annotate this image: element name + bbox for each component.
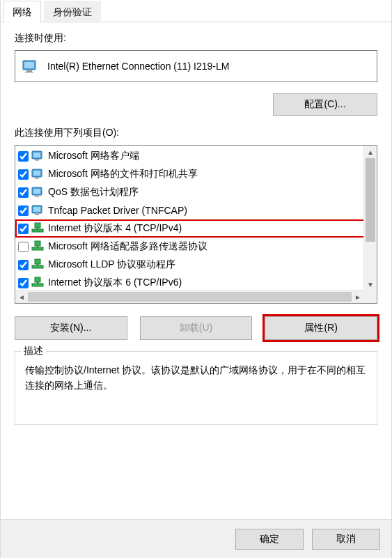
vertical-scrollbar[interactable]: ▲ ▼	[363, 146, 377, 290]
svg-rect-1	[24, 62, 34, 68]
item-checkbox[interactable]	[18, 169, 29, 180]
network-protocol-icon	[31, 258, 44, 272]
properties-button[interactable]: 属性(R)	[265, 316, 377, 340]
item-checkbox[interactable]	[18, 242, 29, 252]
scroll-right-arrow-icon[interactable]: ►	[352, 290, 364, 303]
item-checkbox[interactable]	[18, 151, 29, 162]
network-protocol-icon	[31, 222, 44, 235]
item-label: Microsoft 网络适配器多路传送器协议	[48, 240, 207, 253]
item-checkbox[interactable]	[18, 224, 29, 234]
adapter-box[interactable]: Intel(R) Ethernet Connection (11) I219-L…	[15, 50, 377, 82]
svg-rect-25	[32, 284, 43, 286]
connect-using-label: 连接时使用:	[15, 32, 377, 45]
install-button[interactable]: 安装(N)...	[15, 316, 127, 340]
list-item[interactable]: Microsoft LLDP 协议驱动程序	[15, 256, 377, 274]
tab-bar: 网络 身份验证	[1, 0, 391, 22]
tab-authentication[interactable]: 身份验证	[44, 1, 101, 23]
network-protocol-icon	[31, 277, 44, 290]
svg-rect-22	[32, 265, 43, 268]
description-legend: 描述	[21, 345, 46, 357]
svg-rect-16	[32, 229, 43, 232]
dialog-button-bar: 确定 取消	[1, 519, 391, 558]
scrollbar-corner	[364, 290, 377, 303]
svg-rect-14	[33, 207, 40, 212]
network-properties-dialog: 网络 身份验证 连接时使用: Intel(R) Ethernet Connect…	[0, 0, 392, 558]
tab-body: 连接时使用: Intel(R) Ethernet Connection (11)…	[1, 22, 391, 425]
scroll-down-arrow-icon[interactable]: ▼	[364, 278, 377, 290]
svg-rect-3	[25, 72, 33, 72]
svg-rect-27	[37, 282, 38, 284]
svg-rect-23	[35, 259, 40, 264]
ok-button[interactable]: 确定	[235, 529, 304, 550]
svg-rect-9	[35, 178, 39, 179]
svg-rect-2	[26, 70, 32, 72]
service-icon	[31, 186, 44, 199]
adapter-name: Intel(R) Ethernet Connection (11) I219-L…	[47, 61, 370, 72]
items-label: 此连接使用下列项目(O):	[15, 127, 377, 139]
tab-network[interactable]: 网络	[3, 1, 41, 23]
svg-rect-26	[35, 277, 40, 282]
item-label: Microsoft 网络的文件和打印机共享	[48, 168, 198, 180]
svg-rect-20	[35, 241, 40, 246]
list-item[interactable]: Internet 协议版本 4 (TCP/IPv4)	[15, 219, 377, 238]
item-label: Internet 协议版本 4 (TCP/IPv4)	[48, 222, 182, 235]
configure-button[interactable]: 配置(C)...	[273, 93, 377, 116]
svg-rect-12	[35, 196, 39, 197]
description-groupbox: 描述 传输控制协议/Internet 协议。该协议是默认的广域网络协议，用于在不…	[15, 351, 377, 425]
svg-rect-24	[37, 264, 38, 265]
list-item[interactable]: QoS 数据包计划程序	[15, 183, 377, 201]
item-actions-row: 安装(N)... 卸载(U) 属性(R)	[15, 316, 377, 340]
list-item[interactable]: Microsoft 网络适配器多路传送器协议	[15, 238, 377, 256]
svg-rect-5	[33, 153, 40, 157]
nic-icon	[22, 59, 38, 75]
item-label: Microsoft LLDP 协议驱动程序	[48, 258, 175, 271]
item-checkbox[interactable]	[18, 278, 29, 288]
items-listbox[interactable]: Microsoft 网络客户端Microsoft 网络的文件和打印机共享QoS …	[15, 145, 377, 304]
horizontal-scrollbar[interactable]: ◄ ►	[15, 290, 364, 303]
vertical-scroll-thumb[interactable]	[366, 158, 375, 242]
item-label: Microsoft 网络客户端	[48, 150, 139, 162]
list-item[interactable]: Microsoft 网络客户端	[15, 147, 377, 165]
svg-rect-6	[35, 160, 39, 161]
scroll-left-arrow-icon[interactable]: ◄	[15, 290, 28, 303]
list-item[interactable]: Tnfcap Packet Driver (TNFCAP)	[15, 201, 377, 219]
cancel-button[interactable]: 取消	[312, 529, 380, 550]
item-label: Internet 协议版本 6 (TCP/IPv6)	[48, 277, 182, 289]
item-checkbox[interactable]	[18, 206, 29, 216]
item-label: Tnfcap Packet Driver (TNFCAP)	[48, 205, 187, 216]
svg-rect-18	[37, 228, 38, 229]
svg-rect-21	[37, 246, 38, 247]
item-checkbox[interactable]	[18, 260, 29, 270]
uninstall-button: 卸载(U)	[140, 316, 253, 340]
svg-rect-15	[35, 214, 39, 215]
item-label: QoS 数据包计划程序	[48, 186, 139, 199]
svg-rect-17	[35, 223, 40, 228]
description-text: 传输控制协议/Internet 协议。该协议是默认的广域网络协议，用于在不同的相…	[25, 363, 367, 393]
horizontal-scroll-track[interactable]	[28, 292, 352, 302]
svg-rect-11	[33, 189, 40, 194]
service-icon	[31, 168, 44, 181]
item-checkbox[interactable]	[18, 187, 29, 198]
service-icon	[31, 150, 44, 163]
scroll-up-arrow-icon[interactable]: ▲	[364, 146, 377, 158]
network-protocol-icon	[31, 240, 44, 254]
service-icon	[31, 204, 44, 217]
list-item[interactable]: Microsoft 网络的文件和打印机共享	[15, 165, 377, 183]
svg-rect-8	[33, 171, 40, 176]
svg-rect-19	[32, 247, 43, 250]
